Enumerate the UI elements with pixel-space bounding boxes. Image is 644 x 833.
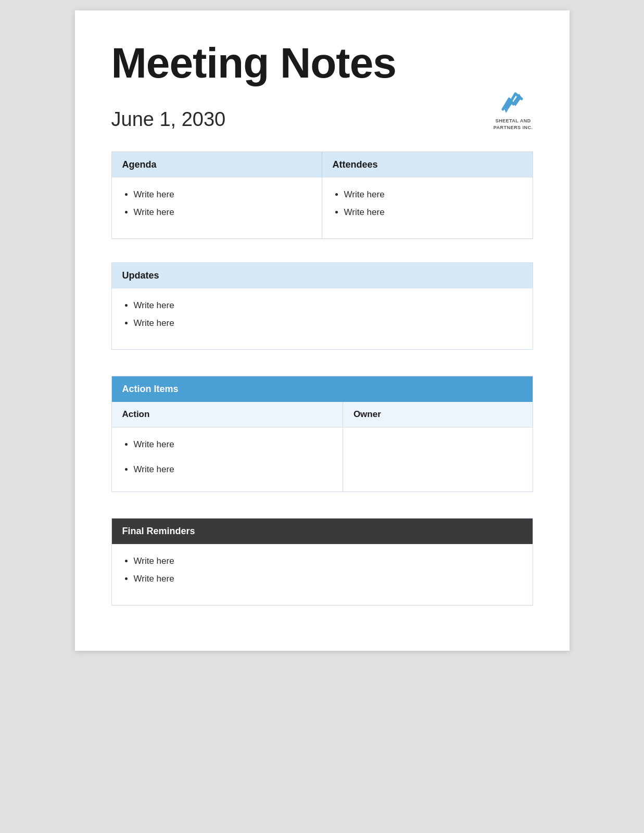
final-reminders-list: Write here Write here [122,554,522,585]
agenda-attendees-section: Agenda Attendees Write here Write here W… [111,152,533,239]
updates-section: Updates Write here Write here [111,262,533,350]
list-item: Write here [134,299,522,312]
agenda-attendees-header: Agenda Attendees [112,152,533,178]
action-col-header: Action [112,402,343,427]
final-reminders-section: Final Reminders Write here Write here [111,518,533,605]
attendees-list: Write here Write here [333,188,522,219]
action-items-section: Action Items Action Owner Write here Wri… [111,376,533,492]
action-items-header: Action Items [112,376,533,402]
action-items-list-col: Write here Write here [112,427,343,491]
agenda-list: Write here Write here [122,188,311,219]
agenda-header: Agenda [112,152,322,178]
page-title: Meeting Notes [111,42,533,84]
attendees-header: Attendees [322,152,533,178]
agenda-body: Write here Write here [112,178,322,238]
list-item: Write here [344,206,522,219]
list-item: Write here [134,463,332,476]
list-item: Write here [134,317,522,330]
meeting-date: June 1, 2030 [111,108,226,131]
updates-body: Write here Write here [112,288,533,349]
list-item: Write here [134,206,311,219]
company-logo: SHEETAL AND PARTNERS INC. [494,90,533,131]
owner-col-header: Owner [343,402,533,427]
list-item: Write here [344,188,522,201]
updates-list: Write here Write here [122,299,522,330]
final-reminders-body: Write here Write here [112,544,533,605]
owner-list-col [343,427,533,491]
action-body: Write here Write here [112,427,533,491]
list-item: Write here [134,554,522,568]
list-item: Write here [134,572,522,586]
document-header: Meeting Notes June 1, 2030 [111,42,533,131]
action-table-header: Action Owner [112,402,533,427]
updates-header: Updates [112,263,533,288]
date-row: June 1, 2030 [111,90,533,131]
final-reminders-header: Final Reminders [112,519,533,544]
list-item: Write here [134,188,311,201]
list-item: Write here [134,438,332,451]
document-page: Meeting Notes June 1, 2030 [75,10,570,651]
agenda-attendees-body: Write here Write here Write here Write h… [112,178,533,238]
action-items-list: Write here Write here [122,438,332,476]
logo-icon [499,90,527,116]
company-name: SHEETAL AND PARTNERS INC. [494,118,533,131]
attendees-body: Write here Write here [322,178,533,238]
